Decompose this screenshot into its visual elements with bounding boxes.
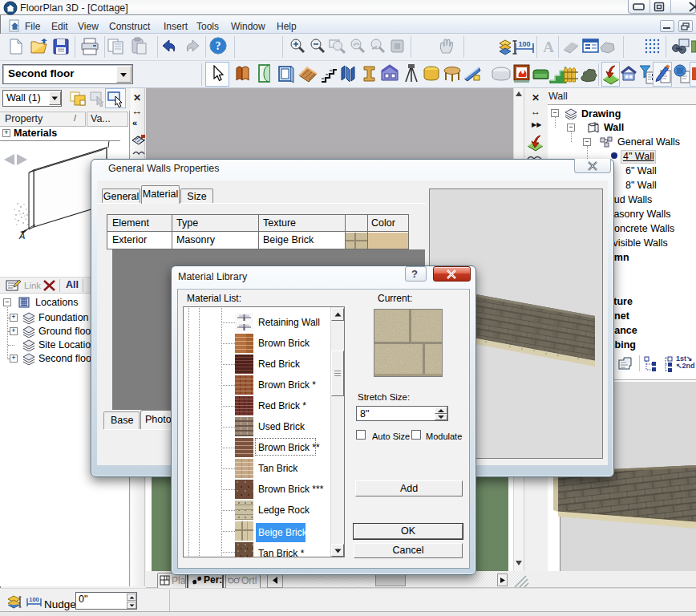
svg-text:100: 100 — [518, 40, 530, 48]
svg-text:A: A — [543, 38, 554, 55]
svg-text:100: 100 — [29, 596, 39, 603]
svg-text:?: ? — [216, 40, 221, 52]
svg-text:A: A — [18, 231, 25, 241]
